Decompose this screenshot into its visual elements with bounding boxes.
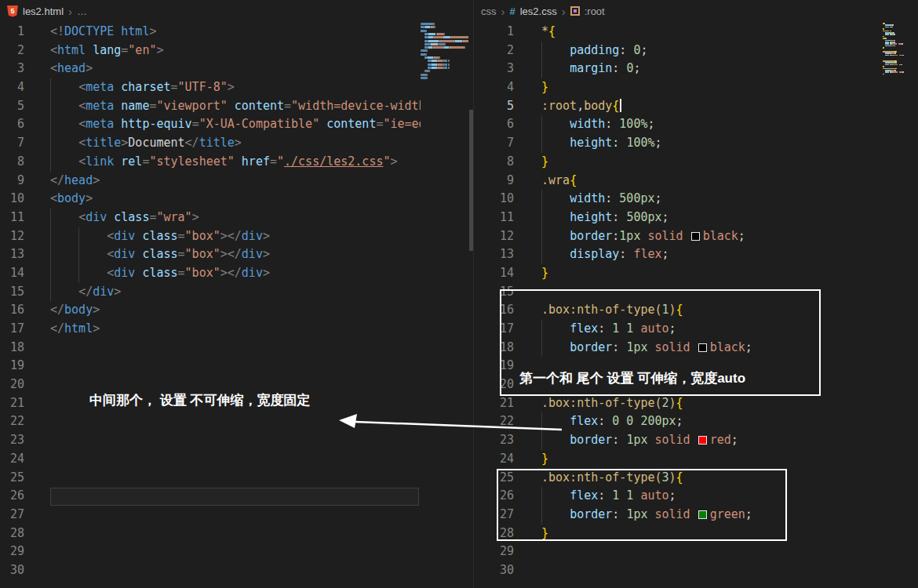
code-line[interactable]: } xyxy=(541,264,882,283)
color-swatch[interactable] xyxy=(698,436,707,445)
code-line[interactable]: flex: 1 1 auto; xyxy=(541,320,882,339)
code-line[interactable] xyxy=(50,543,421,561)
code-line[interactable]: </div> xyxy=(50,283,421,302)
code-line[interactable]: width: 100%; xyxy=(541,115,882,134)
code-line[interactable]: <head> xyxy=(50,60,421,78)
code-line[interactable] xyxy=(50,412,421,431)
code-line[interactable]: :root,body{ xyxy=(541,97,882,116)
line-number: 14 xyxy=(0,264,28,283)
code-line[interactable]: <!DOCTYPE html> xyxy=(50,23,421,42)
indent-guide xyxy=(50,78,51,97)
code-line[interactable] xyxy=(50,561,421,580)
code-line[interactable]: </head> xyxy=(50,172,421,191)
code-line[interactable] xyxy=(541,376,882,394)
minimap-line xyxy=(893,64,898,66)
code-line[interactable]: padding: 0; xyxy=(541,42,882,60)
code-line[interactable]: .box:nth-of-type(1){ xyxy=(541,301,882,320)
code-line[interactable]: } xyxy=(541,153,882,172)
minimap-line xyxy=(437,33,443,35)
code-line[interactable] xyxy=(50,394,421,413)
minimap-right[interactable] xyxy=(883,23,917,588)
code-line[interactable]: flex: 1 1 auto; xyxy=(541,487,882,506)
code-line[interactable]: .wra{ xyxy=(541,172,882,191)
editor-pane-html: 5 les2.html › … 123456789101112131415161… xyxy=(0,0,473,588)
indent-guide xyxy=(50,264,51,283)
minimap-line xyxy=(425,53,427,56)
code-line[interactable]: } xyxy=(541,524,882,543)
code-editor-css[interactable]: 1234567891011121314151617181920212223242… xyxy=(474,23,882,588)
code-line[interactable] xyxy=(50,524,421,543)
color-swatch[interactable] xyxy=(698,510,707,519)
code-line[interactable] xyxy=(50,506,421,524)
line-number: 11 xyxy=(474,209,518,227)
color-swatch[interactable] xyxy=(691,232,700,241)
code-line[interactable] xyxy=(50,339,421,358)
line-number: 30 xyxy=(0,561,28,580)
code-line[interactable]: border:1px solid black; xyxy=(541,227,882,246)
code-editor-html[interactable]: 1234567891011121314151617181920212223242… xyxy=(0,23,421,588)
code-line[interactable] xyxy=(541,543,882,561)
code-line[interactable]: *{ xyxy=(541,23,882,42)
code-line[interactable]: width: 500px; xyxy=(541,190,882,209)
code-line[interactable]: <meta http-equiv="X-UA-Compatible" conte… xyxy=(50,115,421,134)
code-line[interactable]: <meta name="viewport" content="width=dev… xyxy=(50,97,421,116)
line-number: 13 xyxy=(0,245,28,264)
code-line[interactable]: <div class="box"></div> xyxy=(50,227,421,246)
line-number: 17 xyxy=(0,320,28,339)
minimap-line xyxy=(432,60,437,62)
breadcrumb-ellipsis[interactable]: … xyxy=(77,5,87,17)
code-line[interactable]: </html> xyxy=(50,320,421,339)
code-line[interactable] xyxy=(541,561,882,580)
code-line[interactable] xyxy=(50,376,421,394)
code-line[interactable] xyxy=(541,357,882,376)
breadcrumb-symbol[interactable]: :root xyxy=(585,5,605,17)
code-line[interactable] xyxy=(50,469,421,488)
indent-guide xyxy=(50,227,51,246)
line-number: 29 xyxy=(474,543,518,561)
minimap-line xyxy=(902,43,903,45)
minimap-left[interactable] xyxy=(421,23,468,588)
minimap-line xyxy=(894,34,895,35)
line-number: 15 xyxy=(0,283,28,302)
line-number: 22 xyxy=(474,412,518,431)
line-number: 20 xyxy=(0,376,28,394)
code-line[interactable] xyxy=(541,283,882,302)
chevron-right-icon: › xyxy=(562,5,566,17)
code-line[interactable]: } xyxy=(541,450,882,469)
minimap-line xyxy=(902,55,904,56)
code-line[interactable]: .box:nth-of-type(3){ xyxy=(541,469,882,488)
code-line[interactable] xyxy=(50,450,421,469)
code-line[interactable]: <div class="wra"> xyxy=(50,209,421,227)
code-line[interactable] xyxy=(50,357,421,376)
code-line[interactable]: height: 100%; xyxy=(541,134,882,153)
code-line[interactable]: border: 1px solid black; xyxy=(541,339,882,358)
code-line[interactable]: <div class="box"></div> xyxy=(50,245,421,264)
code-line[interactable]: <div class="box"></div> xyxy=(50,264,421,283)
breadcrumb-folder[interactable]: css xyxy=(481,5,497,17)
code-line[interactable]: <meta charset="UTF-8"> xyxy=(50,78,421,97)
color-swatch[interactable] xyxy=(698,343,707,352)
code-line[interactable]: <html lang="en"> xyxy=(50,42,421,60)
code-line[interactable]: } xyxy=(541,78,882,97)
code-line[interactable]: border: 1px solid green; xyxy=(541,506,882,524)
breadcrumb-filename-right[interactable]: les2.css xyxy=(520,5,557,17)
code-line[interactable]: margin: 0; xyxy=(541,60,882,78)
code-line[interactable]: border: 1px solid red; xyxy=(541,431,882,450)
line-number: 13 xyxy=(474,245,518,264)
code-line[interactable]: </body> xyxy=(50,301,421,320)
minimap-line xyxy=(455,40,462,42)
code-line[interactable]: height: 500px; xyxy=(541,209,882,227)
code-line[interactable]: <body> xyxy=(50,190,421,209)
code-line[interactable]: <link rel="stylesheet" href="./css/les2.… xyxy=(50,153,421,172)
code-line[interactable]: <title>Document</title> xyxy=(50,134,421,153)
indent-guide xyxy=(541,339,542,358)
code-line[interactable] xyxy=(50,431,421,450)
code-line[interactable]: display: flex; xyxy=(541,245,882,264)
minimap-line xyxy=(428,70,430,72)
breadcrumb-filename-left[interactable]: les2.html xyxy=(23,5,64,17)
code-line[interactable]: .box:nth-of-type(2){ xyxy=(541,394,882,413)
minimap-line xyxy=(893,55,898,56)
code-line[interactable]: flex: 0 0 200px; xyxy=(541,412,882,431)
line-number: 2 xyxy=(0,42,28,60)
minimap-line xyxy=(428,40,439,42)
